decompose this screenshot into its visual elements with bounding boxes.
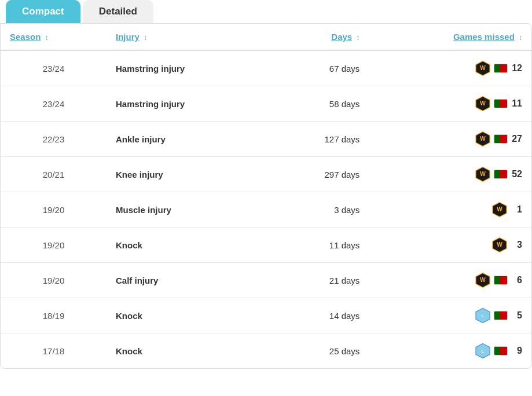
cell-games-1: W 11 (369, 86, 531, 122)
club-badge-2: W (475, 131, 491, 147)
cell-season-0: 23/24 (1, 50, 107, 86)
cell-days-0: 67 days (269, 50, 369, 86)
portugal-flag (494, 99, 508, 108)
cell-games-6: W 6 (369, 263, 531, 298)
games-count-3: 52 (511, 169, 522, 179)
club-badge-8: L (475, 343, 491, 359)
sort-icon-days: ↕ (356, 34, 359, 42)
cell-season-4: 19/20 (1, 192, 107, 228)
games-count-5: 3 (511, 240, 522, 250)
cell-injury-7: Knock (107, 298, 269, 333)
injury-table: Season ↕ Injury ↕ Days ↕ Games missed ↕ (1, 24, 531, 368)
club-badge-7: L (475, 307, 491, 324)
portugal-flag (494, 276, 508, 285)
cell-season-5: 19/20 (1, 228, 107, 263)
club-badge-6: W (475, 272, 491, 288)
club-badge-1: W (475, 96, 491, 112)
games-count-7: 5 (511, 310, 522, 321)
sort-icon-season: ↕ (45, 34, 49, 42)
svg-text:L: L (482, 349, 485, 354)
injury-table-container: Season ↕ Injury ↕ Days ↕ Games missed ↕ (0, 23, 532, 369)
cell-games-8: L 9 (369, 333, 531, 369)
club-badge-0: W (475, 60, 491, 76)
portugal-flag (494, 346, 508, 355)
svg-text:W: W (480, 277, 486, 283)
cell-season-2: 22/23 (1, 122, 107, 157)
svg-text:L: L (482, 313, 485, 318)
cell-days-2: 127 days (269, 122, 369, 157)
cell-games-5: W 3 (369, 228, 531, 263)
table-header-row: Season ↕ Injury ↕ Days ↕ Games missed ↕ (1, 24, 531, 50)
header-games-missed[interactable]: Games missed ↕ (369, 24, 531, 50)
cell-injury-8: Knock (107, 333, 269, 369)
cell-season-1: 23/24 (1, 86, 107, 122)
header-days[interactable]: Days ↕ (269, 24, 369, 50)
cell-season-7: 18/19 (1, 298, 107, 333)
cell-days-8: 25 days (269, 333, 369, 369)
games-count-0: 12 (511, 63, 522, 74)
cell-injury-5: Knock (107, 228, 269, 263)
header-injury[interactable]: Injury ↕ (107, 24, 269, 50)
cell-injury-3: Knee injury (107, 157, 269, 192)
sort-icon-injury: ↕ (144, 34, 147, 42)
games-count-2: 27 (511, 134, 522, 144)
tab-detailed[interactable]: Detailed (83, 0, 153, 23)
svg-text:W: W (480, 171, 486, 177)
svg-text:W: W (480, 100, 486, 107)
table-row: 22/23 Ankle injury 127 days W 27 (1, 122, 531, 157)
cell-season-6: 19/20 (1, 263, 107, 298)
cell-injury-0: Hamstring injury (107, 50, 269, 86)
table-row: 19/20 Calf injury 21 days W 6 (1, 263, 531, 298)
cell-season-8: 17/18 (1, 333, 107, 369)
cell-days-4: 3 days (269, 192, 369, 228)
portugal-flag (494, 311, 508, 320)
table-row: 19/20 Muscle injury 3 days W 1 (1, 192, 531, 228)
games-count-1: 11 (511, 98, 522, 109)
svg-text:W: W (497, 241, 502, 248)
svg-text:W: W (480, 65, 486, 71)
table-row: 17/18 Knock 25 days L 9 (1, 333, 531, 369)
cell-days-1: 58 days (269, 86, 369, 122)
portugal-flag (494, 134, 508, 144)
cell-days-3: 297 days (269, 157, 369, 192)
cell-injury-6: Calf injury (107, 263, 269, 298)
games-count-8: 9 (511, 346, 522, 356)
table-row: 23/24 Hamstring injury 67 days W 12 (1, 50, 531, 86)
cell-days-6: 21 days (269, 263, 369, 298)
club-badge-5: W (491, 237, 508, 253)
portugal-flag (494, 170, 508, 179)
cell-games-2: W 27 (369, 122, 531, 157)
table-row: 20/21 Knee injury 297 days W 52 (1, 157, 531, 192)
cell-games-0: W 12 (369, 50, 531, 86)
tabs-container: Compact Detailed (0, 0, 532, 23)
svg-text:W: W (497, 206, 502, 212)
cell-injury-1: Hamstring injury (107, 86, 269, 122)
table-row: 23/24 Hamstring injury 58 days W 11 (1, 86, 531, 122)
table-row: 18/19 Knock 14 days L 5 (1, 298, 531, 333)
tab-compact[interactable]: Compact (6, 0, 80, 23)
table-row: 19/20 Knock 11 days W 3 (1, 228, 531, 263)
cell-days-5: 11 days (269, 228, 369, 263)
cell-days-7: 14 days (269, 298, 369, 333)
cell-injury-4: Muscle injury (107, 192, 269, 228)
cell-games-4: W 1 (369, 192, 531, 228)
sort-icon-games: ↕ (519, 34, 522, 42)
cell-injury-2: Ankle injury (107, 122, 269, 157)
cell-games-7: L 5 (369, 298, 531, 333)
club-badge-3: W (475, 166, 491, 182)
portugal-flag (494, 64, 508, 73)
cell-games-3: W 52 (369, 157, 531, 192)
svg-text:W: W (480, 135, 486, 142)
club-badge-4: W (491, 201, 508, 218)
games-count-6: 6 (511, 275, 522, 285)
header-season[interactable]: Season ↕ (1, 24, 107, 50)
games-count-4: 1 (511, 204, 522, 215)
cell-season-3: 20/21 (1, 157, 107, 192)
